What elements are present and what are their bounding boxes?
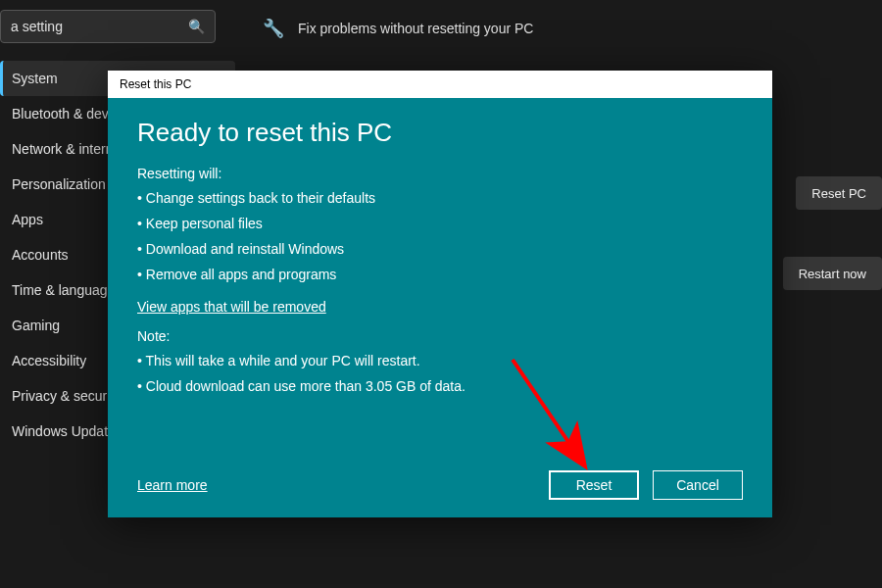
search-icon: 🔍 [188,19,205,34]
dialog-heading: Ready to reset this PC [137,118,743,148]
reset-bullet: Remove all apps and programs [137,262,743,287]
note-list: This will take a while and your PC will … [137,348,743,399]
dialog-titlebar: Reset this PC [108,71,772,98]
fix-problems-label: Fix problems without resetting your PC [298,21,533,36]
restart-now-button[interactable]: Restart now [783,257,882,290]
view-apps-link[interactable]: View apps that will be removed [137,299,743,315]
reset-bullet: Change settings back to their defaults [137,185,743,211]
resetting-will-label: Resetting will: [137,166,743,181]
reset-this-pc-dialog: Reset this PC Ready to reset this PC Res… [108,71,772,517]
search-text: a setting [11,19,63,34]
reset-bullet: Download and reinstall Windows [137,236,743,262]
fix-problems-row: 🔧 Fix problems without resetting your PC [263,18,855,39]
note-label: Note: [137,328,743,344]
reset-button[interactable]: Reset [549,470,639,500]
reset-bullet: Keep personal files [137,211,743,236]
reset-pc-button[interactable]: Reset PC [796,176,882,210]
learn-more-link[interactable]: Learn more [137,477,208,493]
cancel-button[interactable]: Cancel [653,470,743,500]
note-bullet: This will take a while and your PC will … [137,348,743,373]
resetting-list: Change settings back to their defaults K… [137,185,743,287]
note-bullet: Cloud download can use more than 3.05 GB… [137,373,743,399]
search-input[interactable]: a setting 🔍 [0,10,216,43]
wrench-icon: 🔧 [263,18,284,39]
